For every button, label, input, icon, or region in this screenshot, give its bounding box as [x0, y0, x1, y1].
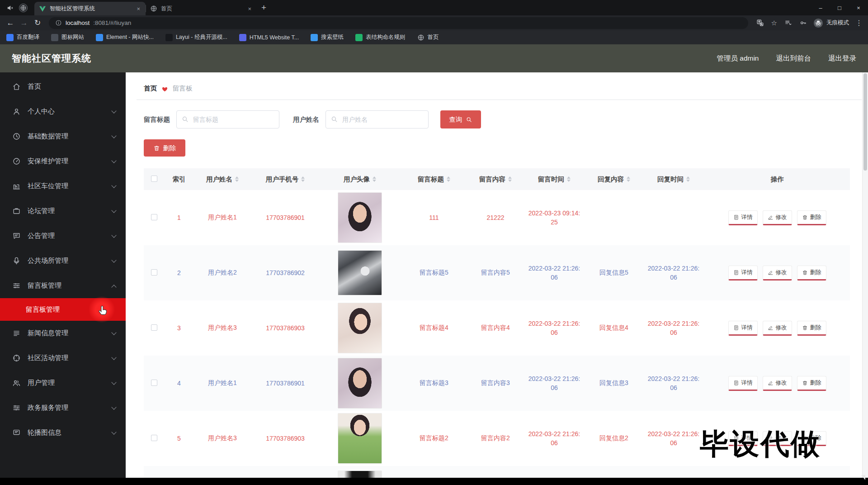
incognito-badge[interactable]: 无痕模式 [813, 18, 849, 28]
sort-icon[interactable] [235, 176, 239, 182]
cell-phone: 17703786902 [251, 245, 319, 300]
row-checkbox[interactable] [151, 269, 157, 276]
sidebar-item[interactable]: 轮播图信息 [0, 420, 126, 445]
scrollbar-thumb[interactable] [863, 73, 867, 171]
column-header[interactable]: 留言内容 [479, 175, 512, 184]
reading-list-icon[interactable] [784, 19, 792, 27]
title-search-input[interactable] [176, 110, 279, 128]
row-checkbox[interactable] [151, 214, 157, 220]
sidebar-item-label: 公共场所管理 [28, 257, 68, 265]
sort-icon[interactable] [373, 176, 376, 182]
tab-close-icon[interactable]: × [136, 5, 141, 12]
column-header[interactable]: 回复内容 [598, 175, 630, 184]
browser-tab[interactable]: 智能社区管理系统× [34, 2, 146, 15]
activity-icon [12, 354, 21, 362]
translate-icon[interactable] [756, 19, 764, 27]
bookmark-star-icon[interactable]: ☆ [771, 19, 777, 27]
sidebar-item[interactable]: 公告管理 [0, 223, 126, 248]
table-header-row: 索引用户姓名用户手机号用户头像留言标题留言内容留言时间回复内容回复时间操作 [144, 168, 850, 190]
sidebar-item[interactable]: 社区活动管理 [0, 346, 126, 371]
bookmark-item[interactable]: Layui - 经典开源模... [165, 33, 227, 41]
forward-button[interactable]: → [17, 19, 31, 28]
trash-icon [802, 270, 808, 276]
row-checkbox[interactable] [151, 324, 157, 331]
edit-button[interactable]: 修改 [763, 210, 792, 225]
browser-tab[interactable]: 首页× [146, 2, 257, 15]
bookmark-item[interactable]: HTML5 Website T... [239, 34, 299, 41]
exit-to-front-link[interactable]: 退出到前台 [776, 54, 811, 63]
admin-label[interactable]: 管理员 admin [717, 54, 759, 63]
column-header[interactable]: 留言时间 [538, 175, 571, 184]
delete-row-button[interactable]: 删除 [797, 321, 826, 336]
back-button[interactable]: ← [4, 19, 17, 28]
user-avatar[interactable] [338, 413, 382, 464]
column-header[interactable]: 用户手机号 [266, 175, 305, 184]
sidebar-item[interactable]: 社区车位管理 [0, 174, 126, 199]
column-header[interactable]: 用户姓名 [206, 175, 239, 184]
detail-button[interactable]: 详情 [728, 210, 758, 225]
delete-row-button[interactable]: 删除 [797, 376, 826, 391]
sidebar-subitem[interactable]: 留言板管理 [0, 298, 126, 321]
sidebar-item[interactable]: 基础数据管理 [0, 124, 126, 149]
sort-icon[interactable] [627, 176, 630, 182]
maximize-button[interactable]: □ [830, 5, 849, 11]
app-header: 智能社区管理系统 管理员 admin 退出到前台 退出登录 [0, 44, 868, 72]
breadcrumb-home[interactable]: 首页 [144, 84, 157, 93]
browser-tab-strip: 智能社区管理系统×首页× + – □ × [0, 0, 868, 15]
user-avatar[interactable] [338, 192, 382, 243]
search-button[interactable]: 查询 [440, 110, 481, 128]
menu-kebab-icon[interactable]: ⋮ [855, 19, 863, 27]
window-close-button[interactable]: × [849, 5, 868, 11]
reload-button[interactable]: ↻ [31, 18, 44, 28]
user-avatar[interactable] [338, 358, 382, 409]
bookmark-item[interactable]: Element - 网站快... [96, 33, 154, 41]
bookmark-item[interactable]: 首页 [417, 33, 439, 41]
delete-row-button[interactable]: 删除 [797, 266, 826, 281]
delete-row-button[interactable]: 删除 [797, 210, 826, 225]
column-header[interactable]: 回复时间 [657, 175, 690, 184]
minimize-button[interactable]: – [811, 5, 830, 11]
address-bar[interactable]: localhost:8081/#/liuyan [49, 17, 748, 29]
bookmark-item[interactable]: 百度翻译 [6, 33, 39, 41]
detail-button[interactable]: 详情 [728, 321, 758, 336]
edit-icon [768, 380, 774, 386]
sidebar-item[interactable]: 新闻信息管理 [0, 321, 126, 346]
user-avatar[interactable] [338, 303, 382, 353]
logout-link[interactable]: 退出登录 [828, 54, 856, 63]
row-checkbox[interactable] [151, 435, 157, 441]
sidebar-item[interactable]: 首页 [0, 74, 126, 99]
column-header[interactable]: 留言标题 [418, 175, 450, 184]
sidebar-item[interactable]: 用户管理 [0, 371, 126, 395]
row-checkbox[interactable] [151, 380, 157, 386]
sidebar-item[interactable]: 安保维护管理 [0, 149, 126, 174]
sort-icon[interactable] [686, 176, 690, 182]
column-header[interactable]: 用户头像 [344, 175, 376, 184]
sort-icon[interactable] [301, 176, 305, 182]
tab-close-icon[interactable]: × [247, 5, 252, 12]
user-avatar[interactable] [338, 250, 382, 295]
sort-icon[interactable] [447, 176, 450, 182]
sidebar-item[interactable]: 公共场所管理 [0, 248, 126, 273]
name-search-input[interactable] [326, 110, 429, 128]
delete-button[interactable]: 删除 [144, 139, 185, 157]
new-tab-button[interactable]: + [261, 3, 266, 13]
globe-badge-icon[interactable] [19, 3, 28, 13]
sidebar-item[interactable]: 个人中心 [0, 99, 126, 124]
sort-icon[interactable] [508, 176, 512, 182]
sidebar-item[interactable]: 留言板管理 [0, 273, 126, 298]
detail-button[interactable]: 详情 [728, 266, 758, 281]
detail-button[interactable]: 详情 [728, 376, 758, 391]
edit-button[interactable]: 修改 [763, 321, 792, 336]
key-icon[interactable] [799, 19, 807, 27]
sort-icon[interactable] [567, 176, 571, 182]
select-all-checkbox[interactable] [151, 176, 157, 182]
sidebar-item[interactable]: 论坛管理 [0, 199, 126, 223]
bookmark-item[interactable]: 搜索壁纸 [311, 33, 344, 41]
bookmark-item[interactable]: 图标网站 [51, 33, 84, 41]
scrollbar[interactable] [862, 72, 868, 478]
sidebar-item[interactable]: 政务服务管理 [0, 395, 126, 420]
bookmark-item[interactable]: 表结构命名规则 [355, 33, 406, 41]
edit-button[interactable]: 修改 [763, 266, 792, 281]
info-icon[interactable] [55, 19, 62, 26]
edit-button[interactable]: 修改 [763, 376, 792, 391]
